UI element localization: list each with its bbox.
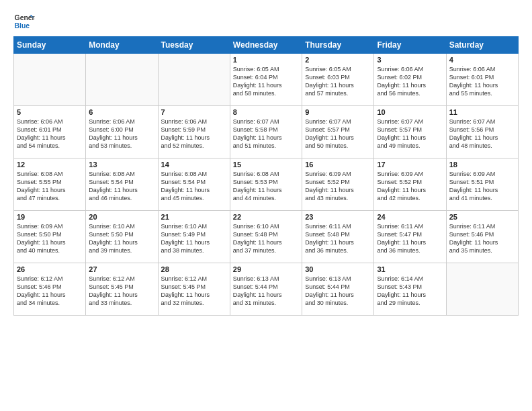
day-cell: [14, 54, 86, 106]
day-info: Sunrise: 6:10 AM Sunset: 5:50 PM Dayligh…: [89, 222, 154, 255]
weekday-saturday: Saturday: [446, 37, 518, 54]
day-number: 20: [89, 213, 154, 221]
day-number: 5: [17, 108, 83, 116]
day-info: Sunrise: 6:09 AM Sunset: 5:50 PM Dayligh…: [17, 222, 83, 255]
day-cell: 21Sunrise: 6:10 AM Sunset: 5:49 PM Dayli…: [158, 211, 230, 263]
day-info: Sunrise: 6:06 AM Sunset: 6:01 PM Dayligh…: [449, 65, 515, 98]
weekday-monday: Monday: [86, 37, 158, 54]
week-row-3: 12Sunrise: 6:08 AM Sunset: 5:55 PM Dayli…: [14, 158, 519, 211]
weekday-thursday: Thursday: [302, 37, 374, 54]
page: General Blue SundayMondayTuesdayWednesda…: [0, 0, 532, 411]
day-info: Sunrise: 6:08 AM Sunset: 5:53 PM Dayligh…: [233, 170, 299, 203]
day-cell: 30Sunrise: 6:13 AM Sunset: 5:44 PM Dayli…: [302, 263, 374, 316]
day-number: 25: [449, 213, 515, 221]
day-info: Sunrise: 6:07 AM Sunset: 5:57 PM Dayligh…: [377, 118, 443, 150]
day-info: Sunrise: 6:12 AM Sunset: 5:45 PM Dayligh…: [161, 275, 227, 308]
day-info: Sunrise: 6:09 AM Sunset: 5:52 PM Dayligh…: [377, 170, 443, 203]
day-cell: 4Sunrise: 6:06 AM Sunset: 6:01 PM Daylig…: [446, 54, 518, 106]
day-info: Sunrise: 6:13 AM Sunset: 5:44 PM Dayligh…: [305, 275, 371, 308]
day-cell: 2Sunrise: 6:05 AM Sunset: 6:03 PM Daylig…: [302, 54, 374, 106]
day-number: 31: [377, 265, 443, 273]
svg-text:Blue: Blue: [15, 22, 30, 30]
day-info: Sunrise: 6:08 AM Sunset: 5:54 PM Dayligh…: [161, 170, 227, 203]
day-number: 28: [161, 265, 227, 273]
week-row-5: 26Sunrise: 6:12 AM Sunset: 5:46 PM Dayli…: [14, 263, 519, 316]
day-number: 13: [89, 161, 154, 169]
weekday-sunday: Sunday: [14, 37, 86, 54]
week-row-1: 1Sunrise: 6:05 AM Sunset: 6:04 PM Daylig…: [14, 54, 519, 106]
day-info: Sunrise: 6:06 AM Sunset: 6:02 PM Dayligh…: [377, 65, 443, 98]
day-number: 26: [17, 265, 83, 273]
day-info: Sunrise: 6:10 AM Sunset: 5:49 PM Dayligh…: [161, 222, 227, 255]
day-info: Sunrise: 6:11 AM Sunset: 5:46 PM Dayligh…: [449, 222, 515, 255]
day-number: 30: [305, 265, 371, 273]
day-info: Sunrise: 6:11 AM Sunset: 5:47 PM Dayligh…: [377, 222, 443, 255]
day-cell: 26Sunrise: 6:12 AM Sunset: 5:46 PM Dayli…: [14, 263, 86, 316]
day-cell: 24Sunrise: 6:11 AM Sunset: 5:47 PM Dayli…: [374, 211, 446, 263]
day-cell: 1Sunrise: 6:05 AM Sunset: 6:04 PM Daylig…: [230, 54, 302, 106]
day-cell: 14Sunrise: 6:08 AM Sunset: 5:54 PM Dayli…: [158, 158, 230, 211]
day-number: 1: [233, 56, 299, 64]
day-cell: 17Sunrise: 6:09 AM Sunset: 5:52 PM Dayli…: [374, 158, 446, 211]
weekday-tuesday: Tuesday: [158, 37, 230, 54]
weekday-header-row: SundayMondayTuesdayWednesdayThursdayFrid…: [14, 37, 519, 54]
day-number: 10: [377, 108, 443, 116]
day-number: 27: [89, 265, 154, 273]
day-info: Sunrise: 6:12 AM Sunset: 5:45 PM Dayligh…: [89, 275, 154, 308]
day-info: Sunrise: 6:07 AM Sunset: 5:57 PM Dayligh…: [305, 118, 371, 150]
day-cell: 19Sunrise: 6:09 AM Sunset: 5:50 PM Dayli…: [14, 211, 86, 263]
day-number: 22: [233, 213, 299, 221]
day-cell: 28Sunrise: 6:12 AM Sunset: 5:45 PM Dayli…: [158, 263, 230, 316]
day-info: Sunrise: 6:05 AM Sunset: 6:04 PM Dayligh…: [233, 65, 299, 98]
day-cell: 11Sunrise: 6:07 AM Sunset: 5:56 PM Dayli…: [446, 106, 518, 158]
day-info: Sunrise: 6:09 AM Sunset: 5:52 PM Dayligh…: [305, 170, 371, 203]
day-cell: [158, 54, 230, 106]
day-number: 8: [233, 108, 299, 116]
day-number: 3: [377, 56, 443, 64]
weekday-wednesday: Wednesday: [230, 37, 302, 54]
day-cell: 8Sunrise: 6:07 AM Sunset: 5:58 PM Daylig…: [230, 106, 302, 158]
day-info: Sunrise: 6:06 AM Sunset: 6:01 PM Dayligh…: [17, 118, 83, 150]
day-number: 23: [305, 213, 371, 221]
day-number: 11: [449, 108, 515, 116]
day-number: 4: [449, 56, 515, 64]
day-cell: 29Sunrise: 6:13 AM Sunset: 5:44 PM Dayli…: [230, 263, 302, 316]
day-number: 15: [233, 161, 299, 169]
calendar: SundayMondayTuesdayWednesdayThursdayFrid…: [13, 36, 519, 316]
day-cell: 6Sunrise: 6:06 AM Sunset: 6:00 PM Daylig…: [86, 106, 158, 158]
day-info: Sunrise: 6:05 AM Sunset: 6:03 PM Dayligh…: [305, 65, 371, 98]
day-info: Sunrise: 6:07 AM Sunset: 5:56 PM Dayligh…: [449, 118, 515, 150]
day-number: 12: [17, 161, 83, 169]
day-number: 19: [17, 213, 83, 221]
day-number: 14: [161, 161, 227, 169]
day-number: 7: [161, 108, 227, 116]
day-info: Sunrise: 6:06 AM Sunset: 5:59 PM Dayligh…: [161, 118, 227, 150]
day-cell: 10Sunrise: 6:07 AM Sunset: 5:57 PM Dayli…: [374, 106, 446, 158]
week-row-4: 19Sunrise: 6:09 AM Sunset: 5:50 PM Dayli…: [14, 211, 519, 263]
day-cell: 9Sunrise: 6:07 AM Sunset: 5:57 PM Daylig…: [302, 106, 374, 158]
day-info: Sunrise: 6:06 AM Sunset: 6:00 PM Dayligh…: [89, 118, 154, 150]
day-number: 6: [89, 108, 154, 116]
day-number: 29: [233, 265, 299, 273]
day-number: 17: [377, 161, 443, 169]
day-cell: 18Sunrise: 6:09 AM Sunset: 5:51 PM Dayli…: [446, 158, 518, 211]
day-info: Sunrise: 6:12 AM Sunset: 5:46 PM Dayligh…: [17, 275, 83, 308]
day-number: 18: [449, 161, 515, 169]
day-info: Sunrise: 6:10 AM Sunset: 5:48 PM Dayligh…: [233, 222, 299, 255]
day-number: 9: [305, 108, 371, 116]
week-row-2: 5Sunrise: 6:06 AM Sunset: 6:01 PM Daylig…: [14, 106, 519, 158]
day-info: Sunrise: 6:14 AM Sunset: 5:43 PM Dayligh…: [377, 275, 443, 308]
day-cell: 12Sunrise: 6:08 AM Sunset: 5:55 PM Dayli…: [14, 158, 86, 211]
day-cell: 20Sunrise: 6:10 AM Sunset: 5:50 PM Dayli…: [86, 211, 158, 263]
day-cell: 25Sunrise: 6:11 AM Sunset: 5:46 PM Dayli…: [446, 211, 518, 263]
day-cell: [86, 54, 158, 106]
day-info: Sunrise: 6:08 AM Sunset: 5:55 PM Dayligh…: [17, 170, 83, 203]
day-number: 24: [377, 213, 443, 221]
day-info: Sunrise: 6:11 AM Sunset: 5:48 PM Dayligh…: [305, 222, 371, 255]
day-number: 2: [305, 56, 371, 64]
day-cell: 13Sunrise: 6:08 AM Sunset: 5:54 PM Dayli…: [86, 158, 158, 211]
day-cell: 7Sunrise: 6:06 AM Sunset: 5:59 PM Daylig…: [158, 106, 230, 158]
day-cell: 22Sunrise: 6:10 AM Sunset: 5:48 PM Dayli…: [230, 211, 302, 263]
day-info: Sunrise: 6:13 AM Sunset: 5:44 PM Dayligh…: [233, 275, 299, 308]
logo-icon: General Blue: [13, 11, 35, 32]
